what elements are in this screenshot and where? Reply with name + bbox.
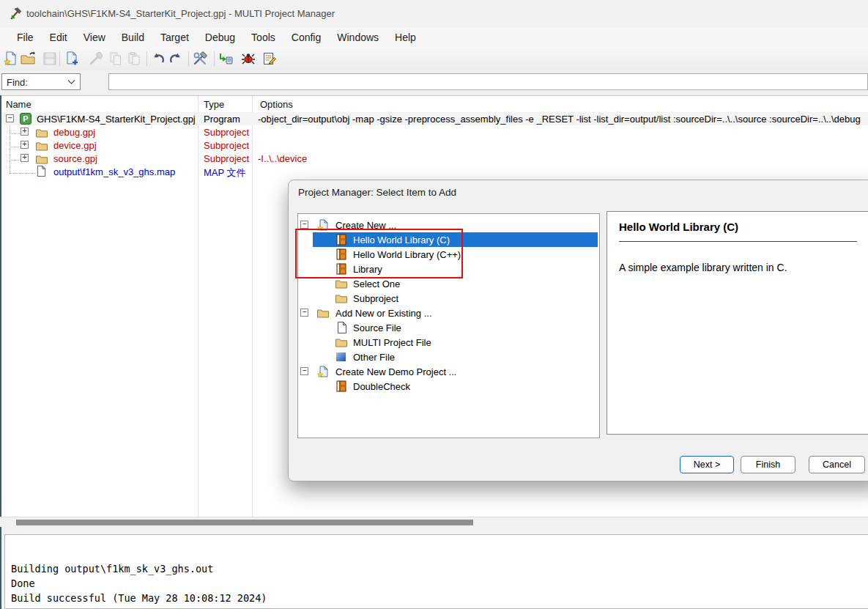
build-tools-icon[interactable] [192, 51, 208, 67]
window-title: toolchain\GHS\F1KM-S4_StarterKit_Project… [26, 8, 335, 19]
titlebar: toolchain\GHS\F1KM-S4_StarterKit_Project… [0, 0, 868, 29]
file-icon [37, 166, 46, 179]
scrollbar-thumb[interactable] [16, 520, 473, 525]
toolbar [0, 47, 868, 71]
blue-file-icon [335, 351, 347, 365]
heading-divider [619, 241, 857, 242]
tree-item-type: MAP 文件 [204, 166, 246, 180]
dialog-tree-item-add-new-or-existing[interactable]: − Add New or Existing ... [298, 306, 599, 320]
expander-minus-icon[interactable]: − [300, 309, 308, 317]
item-description-pane: Hello World Library (C) A simple example… [607, 211, 868, 435]
dialog-tree-item-select-one[interactable]: Select One [298, 276, 599, 291]
menu-tools[interactable]: Tools [243, 32, 283, 43]
new-item-icon [317, 366, 329, 380]
find-bar: Find: [0, 70, 868, 95]
console-line: Done [11, 577, 35, 589]
table-row-map-file[interactable]: output\f1km_sk_v3_ghs.map MAP 文件 [0, 165, 868, 178]
column-header-options[interactable]: Options [260, 99, 293, 110]
tree-item-label: device.gpj [53, 140, 97, 151]
tree-item-label: output\f1km_sk_v3_ghs.map [53, 166, 175, 177]
menubar: File Edit View Build Target Debug Tools … [0, 28, 868, 47]
redo-icon[interactable] [168, 51, 184, 67]
dialog-tree-item-create-new-demo-project[interactable]: − Create New Demo Project ... [298, 364, 599, 379]
menu-file[interactable]: File [9, 32, 42, 43]
tree-item-options: -object_dir=output\obj -map -gsize -prep… [258, 114, 868, 125]
folder-icon [317, 307, 329, 321]
column-header-type[interactable]: Type [204, 99, 224, 110]
cancel-button[interactable]: Cancel [809, 456, 865, 473]
dialog-tree-item-subproject[interactable]: Subproject [298, 291, 599, 306]
svg-text:P: P [23, 114, 28, 123]
chevron-down-icon [67, 79, 75, 85]
connect-debugger-icon[interactable] [218, 51, 234, 67]
paste-icon[interactable] [126, 51, 142, 67]
find-dropdown[interactable]: Find: [1, 73, 81, 90]
console-line: Building output\f1km_sk_v3_ghs.out [11, 563, 213, 575]
annotation-box-library-items [295, 229, 463, 278]
expander-plus-icon[interactable]: + [21, 128, 29, 136]
tree-item-label: debug.gpj [53, 127, 95, 138]
dialog-tree-item-doublecheck[interactable]: DoubleCheck [298, 379, 599, 394]
find-text-input[interactable] [108, 73, 868, 90]
add-item-dialog: Project Manager: Select Item to Add − Cr… [288, 180, 868, 481]
menu-edit[interactable]: Edit [42, 32, 75, 43]
dialog-title: Project Manager: Select Item to Add [298, 187, 456, 198]
new-project-icon[interactable] [2, 51, 18, 67]
library-book-icon [335, 380, 347, 394]
dialog-tree-item-multi-project-file[interactable]: MULTI Project File [298, 335, 599, 350]
undo-icon[interactable] [150, 51, 166, 67]
console-line: Build successful (Tue May 28 10:08:12 20… [11, 592, 267, 604]
open-icon[interactable] [20, 51, 36, 67]
dialog-tree-item-source-file[interactable]: Source File [298, 320, 599, 335]
multi-project-manager-window: toolchain\GHS\F1KM-S4_StarterKit_Project… [0, 0, 868, 609]
find-label: Find: [7, 77, 28, 88]
folder-icon [335, 336, 347, 350]
table-row-device-gpj[interactable]: + device.gpj Subproject [0, 139, 868, 152]
expander-minus-icon[interactable]: − [300, 221, 308, 229]
debug-bug-icon[interactable] [240, 51, 256, 67]
tree-item-label: source.gpj [53, 153, 97, 164]
panel-left-edge [0, 95, 1, 609]
file-icon [336, 322, 348, 336]
tree-item-options: -I..\..\device [258, 153, 868, 164]
tree-item-type: Subproject [204, 153, 249, 164]
menu-help[interactable]: Help [387, 32, 424, 43]
menu-windows[interactable]: Windows [329, 32, 387, 43]
dialog-tree-item-other-file[interactable]: Other File [298, 350, 599, 364]
menu-build[interactable]: Build [114, 32, 152, 43]
folder-icon [335, 292, 347, 306]
edit-file-icon[interactable] [261, 51, 278, 67]
menu-config[interactable]: Config [283, 32, 329, 43]
tree-item-type: Program [204, 114, 240, 125]
multi-hammer-logo-icon [9, 7, 23, 21]
expander-plus-icon[interactable]: + [21, 141, 29, 149]
finish-button[interactable]: Finish [741, 456, 795, 473]
toolbar-separator [59, 51, 60, 66]
menu-debug[interactable]: Debug [197, 32, 243, 43]
toolbar-separator [146, 51, 147, 66]
build-output-console[interactable]: Building output\f1km_sk_v3_ghs.out Done … [4, 534, 868, 609]
folder-icon [335, 278, 347, 292]
expander-minus-icon[interactable]: − [6, 114, 14, 122]
toolbar-separator [188, 51, 189, 66]
tree-item-type: Subproject [204, 127, 249, 138]
expander-minus-icon[interactable]: − [300, 367, 308, 375]
column-header-name[interactable]: Name [6, 99, 31, 110]
tree-item-label: GHS\F1KM-S4_StarterKit_Project.gpj [37, 114, 196, 125]
copy-icon[interactable] [108, 51, 124, 67]
table-row-source-gpj[interactable]: + source.gpj Subproject -I..\..\device [0, 152, 868, 165]
horizontal-scrollbar[interactable] [0, 517, 868, 527]
save-icon[interactable] [42, 51, 58, 67]
toolbar-separator [214, 51, 215, 66]
add-item-icon[interactable] [64, 51, 80, 67]
item-description-heading: Hello World Library (C) [619, 221, 738, 233]
expander-plus-icon[interactable]: + [21, 154, 29, 162]
menu-view[interactable]: View [75, 32, 114, 43]
edit-wrench-icon[interactable] [88, 51, 104, 67]
menu-target[interactable]: Target [152, 32, 197, 43]
tree-item-type: Subproject [204, 140, 249, 151]
table-row-debug-gpj[interactable]: + debug.gpj Subproject [0, 125, 868, 139]
next-button[interactable]: Next > [680, 456, 734, 473]
item-description-text: A simple example library written in C. [619, 262, 787, 273]
table-row-project-root[interactable]: − P GHS\F1KM-S4_StarterKit_Project.gpj P… [0, 112, 868, 125]
